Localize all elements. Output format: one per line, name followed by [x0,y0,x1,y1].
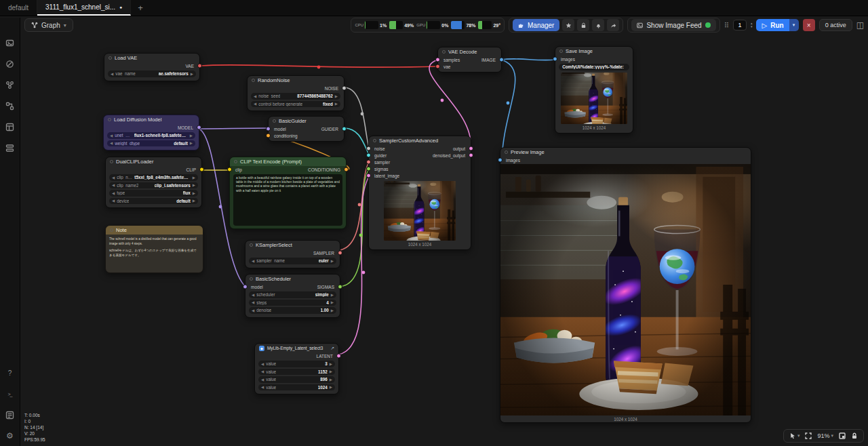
logs-icon[interactable] [4,409,16,421]
external-link-icon[interactable]: ↗ [330,346,334,351]
step-down-icon[interactable]: ▾ [751,25,753,28]
collapse-dot[interactable] [234,160,237,163]
templates-icon[interactable] [4,121,16,133]
toggle-panel-icon[interactable]: ◫ [856,20,864,30]
input-slot-sigmas[interactable] [366,167,371,171]
collapse-dot[interactable] [559,49,563,53]
prev-arrow-icon[interactable]: ◀ [112,199,115,203]
node-sampler-custom-advanced[interactable]: SamplerCustomAdvanced noise output guide… [368,136,471,250]
settings-icon[interactable]: ⚙ [4,430,16,442]
feed-toggle-on[interactable] [705,22,711,28]
select-tool-button[interactable]: ▾ [789,432,800,439]
output-slot[interactable] [197,125,201,130]
next-arrow-icon[interactable]: ▶ [330,378,332,382]
tab-active-workflow[interactable]: 3111_flux1_schnel_si... ● [37,0,131,16]
widget-steps[interactable]: ◀ steps 4 ▶ [249,300,336,306]
next-arrow-icon[interactable]: ▶ [330,369,332,373]
input-slot-clip[interactable] [227,167,232,172]
widget-control-before-generate[interactable]: ◀ control before generate fixed ▶ [251,101,340,108]
minimap-button[interactable] [839,432,846,439]
widget-weight-dtype[interactable]: ◀ weight_dtype default ▶ [107,140,195,147]
run-options-caret[interactable]: ▾ [789,19,799,31]
fit-view-button[interactable] [805,432,812,439]
next-arrow-icon[interactable]: ▶ [193,199,195,203]
collapse-dot[interactable] [110,228,113,232]
output-slot[interactable] [344,167,349,172]
models-icon[interactable] [4,58,16,70]
node-note[interactable]: Note The schnell model is a distilled mo… [105,225,203,273]
run-button[interactable]: ▷ Run [756,19,789,31]
lock-icon[interactable] [577,19,589,31]
queue-icon[interactable] [4,37,16,49]
output-slot[interactable] [342,127,347,131]
next-arrow-icon[interactable]: ▶ [330,385,332,389]
next-arrow-icon[interactable]: ▶ [331,300,334,304]
input-slot-model[interactable] [243,285,248,289]
output-slot-output[interactable] [469,146,473,151]
node-mylib-empty-latent[interactable]: ◆ MyLib-Empty_Latent_select3 ↗ LATENT ◀ … [254,343,339,394]
input-slot-sampler[interactable] [366,160,371,165]
input-slot-samples[interactable] [435,58,440,62]
output-slot[interactable] [338,251,342,256]
collapse-dot[interactable] [250,277,253,281]
next-arrow-icon[interactable]: ▶ [331,293,334,297]
next-arrow-icon[interactable]: ▶ [190,141,193,145]
prev-arrow-icon[interactable]: ◀ [252,259,254,263]
prev-arrow-icon[interactable]: ◀ [261,378,264,382]
prev-arrow-icon[interactable]: ◀ [254,102,256,106]
prev-arrow-icon[interactable]: ◀ [252,300,254,304]
next-arrow-icon[interactable]: ▶ [193,183,195,187]
prompt-textarea[interactable]: a bottle with a beautiful rainbow galaxy… [233,174,342,226]
widget-unet-name[interactable]: ◀ unet_na... flux1-schnell-fp8.safetenso… [107,132,195,139]
library-icon[interactable] [4,142,16,154]
widget-clip-name2[interactable]: ◀ clip_name2 clip_l.safetensors ▶ [109,182,198,189]
prev-arrow-icon[interactable]: ◀ [261,385,264,389]
node-library-icon[interactable] [4,79,16,91]
prev-arrow-icon[interactable]: ◀ [261,362,264,366]
prev-arrow-icon[interactable]: ◀ [110,134,113,138]
graph-menu-button[interactable]: Graph ▾ [24,18,73,32]
collapse-dot[interactable] [273,119,276,123]
batch-count-stepper[interactable]: ▴ ▾ [751,22,753,28]
zoom-level-select[interactable]: 91% ▾ [817,432,833,439]
share-icon[interactable] [607,19,619,31]
prev-arrow-icon[interactable]: ◀ [110,141,113,145]
star-icon[interactable] [562,19,574,31]
input-slot-images[interactable] [553,57,557,62]
input-slot-latent-image[interactable] [366,174,371,178]
next-arrow-icon[interactable]: ▶ [331,308,334,312]
node-ksampler-select[interactable]: KSamplerSelect SAMPLER ◀ sampler_name eu… [245,240,340,268]
input-slot-guider[interactable] [366,153,371,158]
collapse-dot[interactable] [505,150,508,154]
node-random-noise[interactable]: RandomNoise NOISE ◀ noise_seed 877445865… [247,75,344,111]
next-arrow-icon[interactable]: ▶ [193,191,195,195]
widget-value-3[interactable]: ◀ value 896 ▶ [258,376,335,383]
bell-icon[interactable] [592,19,604,31]
prev-arrow-icon[interactable]: ◀ [112,191,115,195]
output-slot[interactable] [338,285,342,289]
input-slot-images[interactable] [498,158,502,163]
new-tab-button[interactable]: + [131,0,150,16]
widget-denoise[interactable]: ◀ denoise 1.00 ▶ [249,307,336,314]
next-arrow-icon[interactable]: ▶ [335,102,338,106]
collapse-dot[interactable] [442,50,446,54]
node-dual-clip-loader[interactable]: DualCLIPLoader CLIP ◀ clip_na... t5xxl_f… [105,157,202,208]
collapse-dot[interactable] [250,243,253,247]
collapse-dot[interactable] [373,139,376,142]
node-preview-image[interactable]: Preview Image images 1024 x 1024 [500,147,751,423]
queue-options-icon[interactable]: ⠿ [724,22,729,29]
widget-value-2[interactable]: ◀ value 1152 ▶ [258,369,335,376]
output-slot-denoised[interactable] [469,153,473,158]
prev-arrow-icon[interactable]: ◀ [112,176,115,180]
input-slot-conditioning[interactable] [266,134,271,138]
clear-queue-button[interactable]: × [803,19,815,31]
prev-arrow-icon[interactable]: ◀ [252,308,254,312]
next-arrow-icon[interactable]: ▶ [330,362,332,366]
prev-arrow-icon[interactable]: ◀ [252,293,254,297]
widget-filename-prefix[interactable]: ComfyUI/%date:yyyy%-%date: [559,64,629,70]
node-clip-text-encode[interactable]: CLIP Text Encode (Prompt) clip CONDITION… [229,157,347,229]
next-arrow-icon[interactable]: ▶ [331,259,334,263]
workflows-icon[interactable] [4,100,16,112]
prev-arrow-icon[interactable]: ◀ [261,369,264,373]
next-arrow-icon[interactable]: ▶ [190,134,193,138]
